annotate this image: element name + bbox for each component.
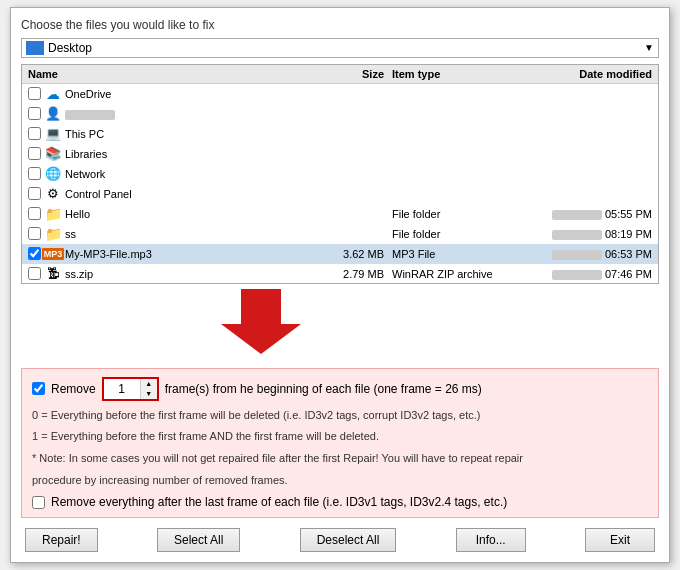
remove-after-row: Remove everything after the last frame o… <box>32 495 648 509</box>
file-name: ss <box>65 228 76 240</box>
file-name: My-MP3-File.mp3 <box>65 248 152 260</box>
bottom-section: Remove ▲ ▼ frame(s) from he beginning of… <box>21 368 659 518</box>
info-line3: * Note: In some cases you will not get r… <box>32 450 648 468</box>
table-row: ☁ OneDrive <box>22 84 658 104</box>
file-list-header: Name Size Item type Date modified <box>22 65 658 84</box>
arrow-container <box>21 284 659 364</box>
table-row: 👤 <box>22 104 658 124</box>
info-line1: 0 = Everything before the first frame wi… <box>32 407 648 425</box>
svg-marker-0 <box>221 289 301 354</box>
location-bar: Desktop ▼ <box>21 38 659 58</box>
file-type: File folder <box>392 208 522 220</box>
spinner-arrows: ▲ ▼ <box>140 379 157 399</box>
file-name-cell: 📁 ss <box>28 226 228 242</box>
table-row: MP3 My-MP3-File.mp3 3.62 MB MP3 File 06:… <box>22 244 658 264</box>
remove-frames-pre-label: Remove <box>51 382 96 396</box>
file-name: Network <box>65 168 105 180</box>
remove-after-label: Remove everything after the last frame o… <box>51 495 507 509</box>
file-date: 07:46 PM <box>522 268 652 280</box>
file-name: OneDrive <box>65 88 111 100</box>
button-bar: Repair! Select All Deselect All Info... … <box>21 528 659 552</box>
deselect-all-button[interactable]: Deselect All <box>300 528 397 552</box>
file-icon: 👤 <box>45 106 61 122</box>
info-button[interactable]: Info... <box>456 528 526 552</box>
table-row: ⚙ Control Panel <box>22 184 658 204</box>
file-checkbox[interactable] <box>28 107 41 120</box>
file-checkbox[interactable] <box>28 167 41 180</box>
file-name-cell: ☁ OneDrive <box>28 86 228 102</box>
file-name-cell: 🌐 Network <box>28 166 228 182</box>
file-checkbox[interactable] <box>28 127 41 140</box>
dialog-title: Choose the files you would like to fix <box>21 18 659 32</box>
file-checkbox[interactable] <box>28 267 41 280</box>
col-header-date: Date modified <box>522 68 652 80</box>
file-name <box>65 108 115 120</box>
spinner-down-button[interactable]: ▼ <box>141 389 157 399</box>
select-all-button[interactable]: Select All <box>157 528 240 552</box>
file-icon: MP3 <box>45 246 61 262</box>
table-row: 🌐 Network <box>22 164 658 184</box>
remove-frames-row: Remove ▲ ▼ frame(s) from he beginning of… <box>32 377 648 401</box>
remove-after-checkbox[interactable] <box>32 496 45 509</box>
file-date: 05:55 PM <box>522 208 652 220</box>
file-name: Control Panel <box>65 188 132 200</box>
file-type: MP3 File <box>392 248 522 260</box>
file-date: 06:53 PM <box>522 248 652 260</box>
file-icon: ⚙ <box>45 186 61 202</box>
file-name-cell: MP3 My-MP3-File.mp3 <box>28 246 228 262</box>
file-name: Hello <box>65 208 90 220</box>
file-name-cell: 📚 Libraries <box>28 146 228 162</box>
file-list-container: Name Size Item type Date modified ☁ OneD… <box>21 64 659 284</box>
file-name-cell: 📁 Hello <box>28 206 228 222</box>
file-icon: 💻 <box>45 126 61 142</box>
remove-frames-post-label: frame(s) from he beginning of each file … <box>165 382 482 396</box>
file-size: 3.62 MB <box>228 248 392 260</box>
info-line2: 1 = Everything before the first frame AN… <box>32 428 648 446</box>
arrow-indicator <box>221 289 301 354</box>
file-icon: ☁ <box>45 86 61 102</box>
file-name-cell: 👤 <box>28 106 228 122</box>
file-name-cell: 🗜 ss.zip <box>28 266 228 282</box>
file-size: 2.79 MB <box>228 268 392 280</box>
info-line4: procedure by increasing number of remove… <box>32 472 648 490</box>
file-icon: 📚 <box>45 146 61 162</box>
table-row: 🗜 ss.zip 2.79 MB WinRAR ZIP archive 07:4… <box>22 264 658 284</box>
file-name: Libraries <box>65 148 107 160</box>
spinner-up-button[interactable]: ▲ <box>141 379 157 389</box>
file-name-cell: 💻 This PC <box>28 126 228 142</box>
exit-button[interactable]: Exit <box>585 528 655 552</box>
file-checkbox[interactable] <box>28 147 41 160</box>
table-row: 📁 ss File folder 08:19 PM <box>22 224 658 244</box>
frames-spinner[interactable]: ▲ ▼ <box>102 377 159 401</box>
file-name-cell: ⚙ Control Panel <box>28 186 228 202</box>
table-row: 📚 Libraries <box>22 144 658 164</box>
file-type: WinRAR ZIP archive <box>392 268 522 280</box>
file-name: ss.zip <box>65 268 93 280</box>
file-checkbox[interactable] <box>28 187 41 200</box>
col-header-name: Name <box>28 68 228 80</box>
repair-button[interactable]: Repair! <box>25 528 98 552</box>
file-date: 08:19 PM <box>522 228 652 240</box>
file-list-body: ☁ OneDrive 👤 💻 This PC 📚 Libraries <box>22 84 658 284</box>
frames-value-input[interactable] <box>104 380 140 398</box>
file-icon: 🗜 <box>45 266 61 282</box>
table-row: 📁 Hello File folder 05:55 PM <box>22 204 658 224</box>
file-checkbox[interactable] <box>28 207 41 220</box>
file-type: File folder <box>392 228 522 240</box>
col-header-size: Size <box>228 68 392 80</box>
file-icon: 🌐 <box>45 166 61 182</box>
table-row: 💻 This PC <box>22 124 658 144</box>
file-icon: 📁 <box>45 226 61 242</box>
file-icon: 📁 <box>45 206 61 222</box>
location-text: Desktop <box>48 41 644 55</box>
col-header-type: Item type <box>392 68 522 80</box>
file-checkbox[interactable] <box>28 247 41 260</box>
file-checkbox[interactable] <box>28 87 41 100</box>
desktop-icon <box>26 41 44 55</box>
location-dropdown-icon[interactable]: ▼ <box>644 42 654 53</box>
file-name: This PC <box>65 128 104 140</box>
file-checkbox[interactable] <box>28 227 41 240</box>
remove-frames-checkbox[interactable] <box>32 382 45 395</box>
dialog: Choose the files you would like to fix D… <box>10 7 670 563</box>
